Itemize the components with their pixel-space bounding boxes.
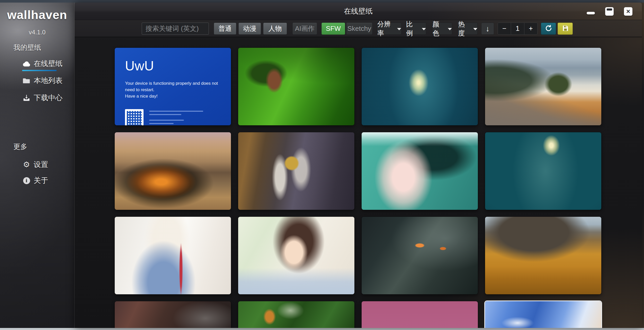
- sidebar: wallhaven v4.1.0 我的壁纸 在线壁纸 本地列表 下载中心 更多 …: [0, 3, 75, 328]
- page-number[interactable]: 1: [511, 23, 524, 34]
- sidebar-item-label: 关于: [34, 176, 48, 185]
- chevron-down-icon: [397, 28, 401, 30]
- search-input[interactable]: [142, 23, 209, 35]
- sidebar-item-about[interactable]: i 关于: [23, 176, 48, 185]
- bsod-fineprint: [149, 109, 203, 125]
- page-title: 在线壁纸: [75, 3, 642, 20]
- thumb-blue-ice-anime[interactable]: [485, 301, 601, 328]
- sidebar-item-local-list[interactable]: 本地列表: [23, 76, 62, 86]
- color-dropdown[interactable]: 颜色: [432, 23, 452, 35]
- sidebar-section-my-wallpapers: 我的壁纸: [13, 43, 41, 52]
- category-anime-button[interactable]: 动漫: [238, 23, 261, 35]
- folder-icon: [23, 77, 30, 84]
- button-label: SFW: [326, 25, 341, 33]
- resolution-dropdown[interactable]: 分辨率: [377, 23, 401, 35]
- dropdown-label: 颜色: [433, 20, 445, 38]
- thumb-teal-swirl-lantern[interactable]: [362, 48, 478, 125]
- page-stepper: − 1 +: [498, 23, 538, 35]
- info-icon: i: [23, 177, 30, 184]
- save-icon: [562, 25, 569, 33]
- thumb-underwater-anime-girl[interactable]: [362, 132, 478, 210]
- bsod-line1: Your device is functioning properly and …: [125, 80, 223, 93]
- qr-code: [125, 109, 144, 125]
- chevron-down-icon: [473, 28, 477, 30]
- sidebar-item-label: 在线壁纸: [34, 59, 62, 69]
- button-label: 普通: [218, 24, 232, 33]
- cloud-icon: [23, 60, 30, 68]
- refresh-icon: [545, 24, 552, 33]
- purity-sketchy-button[interactable]: Sketchy: [346, 23, 372, 35]
- page-decrement-button[interactable]: −: [498, 23, 511, 34]
- thumb-dark-peaks-paragliders[interactable]: [362, 217, 478, 294]
- gear-icon: ⚙: [23, 161, 30, 168]
- save-button[interactable]: [558, 23, 573, 35]
- chevron-down-icon: [422, 28, 426, 30]
- button-label: 人物: [269, 24, 282, 33]
- thumb-foliage-white-hair[interactable]: [238, 301, 354, 328]
- thumb-green-field-windmill[interactable]: [238, 48, 354, 125]
- toolbar: 普通 动漫 人物 AI画作 SFW Sketchy 分辨率 比例 颜色 热度 ↓…: [75, 20, 642, 37]
- dropdown-label: 比例: [406, 20, 419, 38]
- bsod-overlay: UwUYour device is functioning properly a…: [115, 48, 231, 125]
- page-increment-button[interactable]: +: [524, 23, 537, 34]
- qr-pattern: [127, 111, 142, 125]
- button-label: AI画作: [295, 24, 315, 33]
- sidebar-item-settings[interactable]: ⚙ 设置: [23, 160, 48, 169]
- sidebar-item-label: 下载中心: [34, 93, 62, 103]
- screen-top-strip: [0, 0, 644, 3]
- sort-direction-button[interactable]: ↓: [481, 23, 494, 35]
- arrow-down-icon: ↓: [486, 24, 490, 33]
- refresh-button[interactable]: [541, 23, 556, 35]
- thumb-girl-portrait[interactable]: [238, 217, 354, 294]
- category-general-button[interactable]: 普通: [214, 23, 236, 35]
- content-area: UwUYour device is functioning properly a…: [75, 37, 642, 328]
- thumb-autumn-forest-mountain[interactable]: [485, 217, 601, 294]
- app-version: v4.1.0: [0, 29, 74, 36]
- thumb-anime-teahouse-girls[interactable]: [238, 132, 354, 210]
- thumb-bsod-uwu[interactable]: UwUYour device is functioning properly a…: [115, 48, 231, 125]
- ratio-dropdown[interactable]: 比例: [406, 23, 426, 35]
- maximize-button[interactable]: [605, 7, 614, 16]
- app-logo: wallhaven: [0, 8, 74, 22]
- minimize-button[interactable]: [587, 12, 595, 14]
- thumb-portrait-closeup[interactable]: [115, 301, 231, 328]
- sidebar-section-more: 更多: [13, 142, 27, 151]
- thumb-teal-lamp-spirit[interactable]: [485, 132, 601, 210]
- thumb-white-top-jeans[interactable]: [115, 217, 231, 294]
- sidebar-item-download-center[interactable]: 下载中心: [23, 93, 62, 103]
- screen-bottom-strip: [0, 328, 644, 330]
- wallpaper-grid: UwUYour device is functioning properly a…: [115, 48, 601, 328]
- dropdown-label: 分辨率: [377, 20, 395, 38]
- bsod-line2: Have a nice day!: [125, 93, 223, 99]
- titlebar: 在线壁纸 ×: [75, 3, 642, 20]
- bsod-title: UwU: [125, 58, 223, 73]
- button-label: 动漫: [243, 24, 256, 33]
- purity-sfw-button[interactable]: SFW: [321, 23, 345, 35]
- thumb-pink-blur[interactable]: [362, 301, 478, 328]
- sidebar-item-online-wallpapers[interactable]: 在线壁纸: [23, 59, 62, 69]
- download-icon: [23, 94, 30, 102]
- thumb-desert-oasis-night[interactable]: [115, 132, 231, 210]
- bsod-footer: [125, 109, 223, 125]
- close-icon: ×: [626, 8, 630, 15]
- close-button[interactable]: ×: [624, 7, 632, 16]
- window-controls: ×: [587, 3, 632, 20]
- sidebar-item-label: 本地列表: [34, 76, 62, 86]
- sort-dropdown[interactable]: 热度: [458, 23, 478, 35]
- sidebar-item-label: 设置: [34, 160, 48, 169]
- thumb-alpine-lone-tree[interactable]: [485, 48, 601, 125]
- chevron-down-icon: [448, 28, 452, 30]
- main-window: 在线壁纸 × 普通 动漫 人物 AI画作 SFW Sketchy 分辨率 比例 …: [75, 3, 642, 328]
- category-ai-art-button[interactable]: AI画作: [292, 23, 317, 35]
- category-people-button[interactable]: 人物: [263, 23, 287, 35]
- button-label: Sketchy: [347, 25, 371, 33]
- dropdown-label: 热度: [458, 20, 471, 38]
